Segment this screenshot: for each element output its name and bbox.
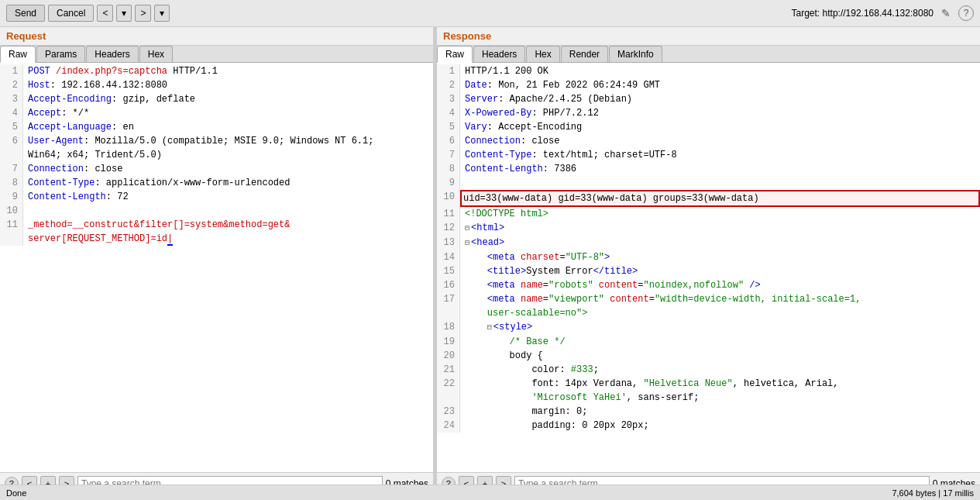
help-icon-button[interactable]: ? (958, 5, 974, 21)
request-panel: Request Raw Params Headers Hex 1 POST /i… (0, 27, 434, 495)
table-row: Win64; x64; Trident/5.0) (0, 148, 433, 162)
cancel-button[interactable]: Cancel (48, 5, 94, 22)
response-tabs: Raw Headers Hex Render MarkInfo (437, 46, 980, 63)
tab-markinfo-response[interactable]: MarkInfo (609, 46, 662, 62)
table-row: 7 Content-Type: text/html; charset=UTF-8 (437, 148, 980, 162)
table-row: 22 font: 14px Verdana, "Helvetica Neue",… (437, 377, 980, 391)
table-row: 20 body { (437, 349, 980, 363)
response-highlighted-line: 10 uid=33(www-data) gid=33(www-data) gro… (437, 190, 980, 207)
prev-button[interactable]: < (97, 5, 113, 22)
table-row: 7 Connection: close (0, 162, 433, 176)
request-code-lines: 1 POST /index.php?s=captcha HTTP/1.1 2 H… (0, 63, 433, 247)
response-code-area[interactable]: 1 HTTP/1.1 200 OK 2 Date: Mon, 21 Feb 20… (437, 63, 980, 472)
table-row: 15 <title>System Error</title> (437, 264, 980, 278)
tab-raw-request[interactable]: Raw (0, 46, 36, 63)
table-row: 5 Vary: Accept-Encoding (437, 120, 980, 134)
table-row: 2 Date: Mon, 21 Feb 2022 06:24:49 GMT (437, 78, 980, 92)
request-code-area[interactable]: 1 POST /index.php?s=captcha HTTP/1.1 2 H… (0, 63, 433, 472)
table-row: 6 Connection: close (437, 134, 980, 148)
send-button[interactable]: Send (6, 5, 45, 22)
table-row: 8 Content-Length: 7386 (437, 162, 980, 176)
edit-icon-button[interactable]: ✎ (941, 7, 951, 19)
table-row: 1 POST /index.php?s=captcha HTTP/1.1 (0, 64, 433, 78)
table-row: 4 X-Powered-By: PHP/7.2.12 (437, 106, 980, 120)
main-layout: Request Raw Params Headers Hex 1 POST /i… (0, 27, 980, 495)
table-row: 4 Accept: */* (0, 106, 433, 120)
table-row: 8 Content-Type: application/x-www-form-u… (0, 176, 433, 190)
table-row: 9 Content-Length: 72 (0, 190, 433, 204)
status-done: Done (6, 488, 26, 498)
table-row: 10 (0, 204, 433, 218)
table-row: 3 Accept-Encoding: gzip, deflate (0, 92, 433, 106)
status-bar: Done 7,604 bytes | 17 millis (0, 484, 980, 500)
tab-headers-response[interactable]: Headers (473, 46, 525, 62)
target-info: Target: http://192.168.44.132:8080 (792, 8, 934, 19)
table-row: user-scalable=no"> (437, 306, 980, 320)
table-row: 18 ⊟<style> (437, 320, 980, 335)
tab-raw-response[interactable]: Raw (437, 46, 473, 63)
table-row: 3 Server: Apache/2.4.25 (Debian) (437, 92, 980, 106)
response-panel-title: Response (437, 27, 980, 46)
table-row: 'Microsoft YaHei', sans-serif; (437, 391, 980, 405)
table-row: 23 margin: 0; (437, 405, 980, 419)
request-tabs: Raw Params Headers Hex (0, 46, 433, 63)
table-row: 19 /* Base */ (437, 335, 980, 349)
tab-hex-response[interactable]: Hex (526, 46, 559, 62)
table-row: 14 <meta charset="UTF-8"> (437, 250, 980, 264)
tab-params-request[interactable]: Params (36, 46, 85, 62)
table-row: 11 _method=__construct&filter[]=system&m… (0, 218, 433, 232)
table-row: 16 <meta name="robots" content="noindex,… (437, 278, 980, 292)
dropdown-next-button[interactable]: ▾ (154, 5, 170, 22)
table-row: 13 ⊟<head> (437, 236, 980, 250)
table-row: 5 Accept-Language: en (0, 120, 433, 134)
response-panel: Response Raw Headers Hex Render MarkInfo… (437, 27, 980, 495)
table-row: 11 <!DOCTYPE html> (437, 207, 980, 221)
table-row: 24 padding: 0 20px 20px; (437, 419, 980, 433)
table-row: 2 Host: 192.168.44.132:8080 (0, 78, 433, 92)
table-row: 6 User-Agent: Mozilla/5.0 (compatible; M… (0, 134, 433, 148)
next-button[interactable]: > (135, 5, 151, 22)
request-panel-title: Request (0, 27, 433, 46)
table-row: 12 ⊟<html> (437, 221, 980, 236)
tab-render-response[interactable]: Render (561, 46, 608, 62)
status-info: 7,604 bytes | 17 millis (892, 488, 974, 498)
response-code-lines: 1 HTTP/1.1 200 OK 2 Date: Mon, 21 Feb 20… (437, 63, 980, 434)
toolbar: Send Cancel < ▾ > ▾ Target: http://192.1… (0, 0, 980, 27)
dropdown-prev-button[interactable]: ▾ (116, 5, 132, 22)
tab-hex-request[interactable]: Hex (139, 46, 173, 62)
table-row: 1 HTTP/1.1 200 OK (437, 64, 980, 78)
table-row: 17 <meta name="viewport" content="width=… (437, 292, 980, 306)
tab-headers-request[interactable]: Headers (86, 46, 138, 62)
table-row: 9 (437, 176, 980, 190)
table-row: server[REQUEST_METHOD]=id| (0, 232, 433, 246)
table-row: 21 color: #333; (437, 363, 980, 377)
